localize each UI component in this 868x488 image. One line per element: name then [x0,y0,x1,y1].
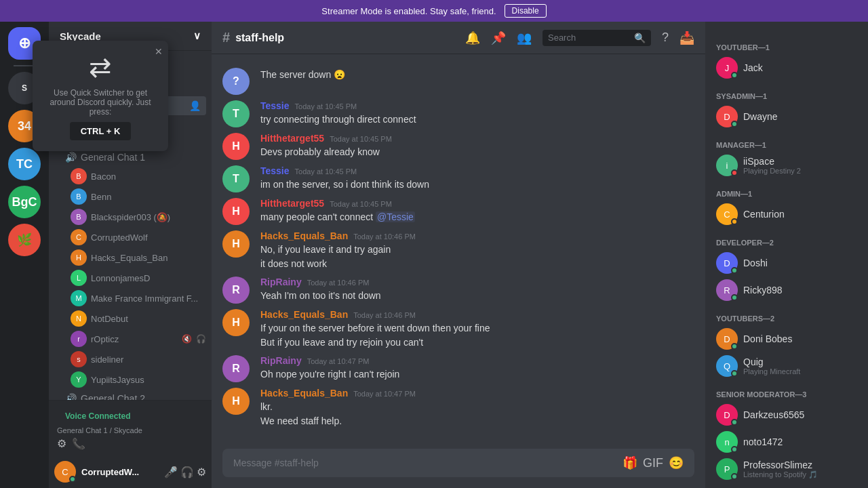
member-item-ricky898[interactable]: R Ricky898 [711,277,863,304]
settings-icon[interactable]: ⚙ [197,466,206,479]
streamer-banner: Streamer Mode is enabled. Stay safe, fri… [0,0,868,22]
member-item-centurion[interactable]: C Centurion [711,201,863,228]
disable-streamer-mode-button[interactable]: Disable [505,4,547,18]
avatar: L [71,270,87,286]
message-username: Tessie [260,100,290,111]
bell-icon[interactable]: 🔔 [465,30,480,45]
voice-username: Make France Immigrant F... [91,293,198,304]
member-category-sysadmin: SYSADMIN—1 [711,87,863,103]
status-dot [731,121,738,127]
voice-connected-panel: Voice Connected General Chat 1 / Skycade… [49,400,212,455]
message-input[interactable] [233,458,617,468]
avatar: P [716,458,738,480]
member-name: ProfessorSlimez [743,460,857,470]
message-text: Yeah I'm on too it's not down [260,289,694,303]
message-text: No, if you leave it and try againit does… [260,243,694,271]
member-item-quig[interactable]: Q Quig Playing Minecraft [711,352,863,380]
status-dot [731,343,738,350]
message-text: im on the server, so i dont think its do… [260,178,694,192]
message-header: RipRainy Today at 10:47 PM [260,355,694,366]
member-item-darkzeus[interactable]: D Darkzeus6565 [711,401,863,428]
member-name: Darkzeus6565 [743,409,857,420]
voice-username: sideliner [91,354,123,365]
avatar: C [71,229,87,245]
avatar: R [222,355,250,382]
avatar: H [222,309,250,336]
member-name: Centurion [743,209,857,220]
channel-sidebar: ✕ ⇄ Use Quick Switcher to get around Dis… [49,22,212,488]
voice-username: Blackspider003 (🔕) [91,212,170,222]
settings-icon[interactable]: ⚙ [57,437,66,450]
voice-channel-general-chat-1[interactable]: 🔊 General Chat 1 [54,149,206,165]
member-item-jack[interactable]: J Jack [711,54,863,81]
search-input[interactable] [548,33,631,43]
speaker-icon: 🔊 [65,152,77,163]
message-header: Hacks_Equals_Ban Today at 10:46 PM [260,230,694,241]
message-username: Hacks_Equals_Ban [260,230,348,241]
add-member-icon: 👤 [189,100,201,111]
message-username: Hitthetarget55 [260,133,324,144]
quick-switcher-description: Use Quick Switcher to get around Discord… [49,88,157,117]
messages-area: ? The server down 😦 T Tessie Today at 10… [212,54,705,449]
voice-user-blackspider: B Blackspider003 (🔕) [49,207,212,227]
speaker-icon: 🔊 [65,393,77,400]
close-icon[interactable]: ✕ [155,46,163,57]
inbox-icon[interactable]: 📥 [679,30,694,45]
channel-header-right: 🔔 📌 👥 🔍 ? 📥 [465,30,694,46]
member-item-dwayne[interactable]: D Dwayne [711,103,863,130]
member-list: YOUTUBER—1 J Jack SYSADMIN—1 D Dwayne MA… [705,22,868,488]
avatar: Y [71,371,87,388]
headphones-icon[interactable]: 🎧 [180,466,194,479]
emoji-icon[interactable]: 😊 [669,455,684,470]
voice-user-benn: B Benn [49,186,212,207]
member-item-donibobes[interactable]: D Doni Bobes [711,325,863,352]
microphone-icon[interactable]: 🎤 [164,466,178,479]
member-item-iispace[interactable]: i iiSpace Playing Destiny 2 [711,152,863,179]
status-dot [731,419,738,426]
message-text: try connecting through direct connect [260,113,694,127]
member-item-doshi[interactable]: D Doshi [711,249,863,277]
main-content: # staff-help 🔔 📌 👥 🔍 ? 📥 ? The [212,22,705,488]
gift-icon[interactable]: 🎁 [623,455,637,470]
member-name: Dwayne [743,111,857,122]
voice-user-ropticz: r rOpticz 🔇 🎧 [49,329,212,349]
message-item: H Hitthetarget55 Today at 10:45 PM many … [212,195,705,228]
members-icon[interactable]: 👥 [517,30,532,45]
server-icon-3[interactable]: TC [8,148,41,180]
voice-channel-general-chat-2[interactable]: 🔊 General Chat 2 [54,390,206,400]
server-icon-4[interactable]: BgC [8,186,41,218]
message-header: Hacks_Equals_Ban Today at 10:46 PM [260,309,694,320]
status-dot [731,446,738,453]
message-item: T Tessie Today at 10:45 PM try connectin… [212,98,705,130]
server-icon-5[interactable]: 🌿 [8,224,41,256]
avatar: n [716,431,738,453]
avatar: Q [716,355,738,377]
gif-icon[interactable]: GIF [643,456,663,470]
voice-user-notdebut: N NotDebut [49,308,212,329]
question-icon[interactable]: ? [662,30,669,45]
message-text: Devs probably already know [260,145,694,159]
member-name: Doni Bobes [743,333,857,344]
message-content: Hacks_Equals_Ban Today at 10:47 PM lkr.W… [260,388,694,428]
member-info: iiSpace Playing Destiny 2 [743,156,857,175]
message-text: many people can't connect @Tessie [260,210,694,224]
member-item-noto1472[interactable]: n noto1472 [711,428,863,455]
chevron-down-icon: ∨ [193,30,201,42]
message-timestamp: Today at 10:45 PM [330,200,392,208]
channel-header-left: # staff-help [222,30,284,45]
member-name: Quig [743,357,857,367]
message-timestamp: Today at 10:46 PM [353,311,416,319]
message-header: Tessie Today at 10:45 PM [260,100,694,111]
disconnect-icon[interactable]: 📞 [72,437,85,450]
voice-user-hacks: H Hacks_Equals_Ban [49,247,212,268]
mute-icon: 🔇 [182,334,192,344]
quick-switcher-shortcut[interactable]: CTRL + K [70,122,132,140]
member-info: Centurion [743,209,857,220]
member-name: noto1472 [743,436,857,447]
member-item-professorslimez[interactable]: P ProfessorSlimez Listening to Spotify 🎵 [711,455,863,483]
message-content: Hitthetarget55 Today at 10:45 PM Devs pr… [260,133,694,159]
message-item: T Tessie Today at 10:45 PM im on the ser… [212,163,705,195]
pin-icon[interactable]: 📌 [491,30,506,45]
status-dot [731,72,738,79]
avatar: C [716,203,738,225]
